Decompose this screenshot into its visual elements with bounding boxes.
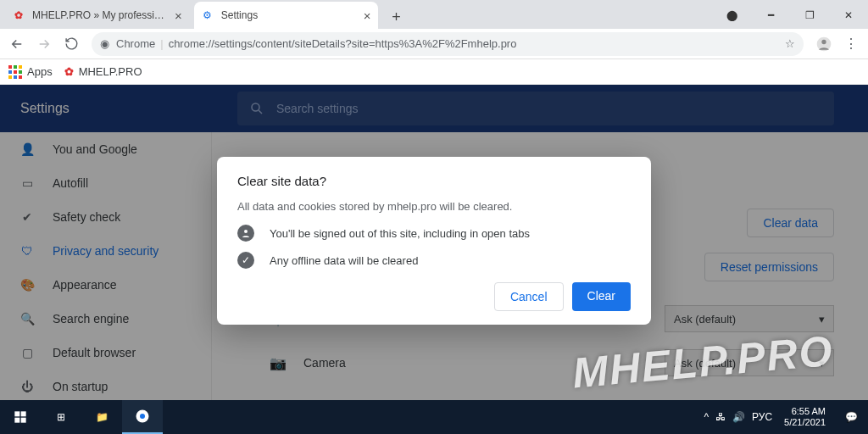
bookmark-mhelp[interactable]: ✿ MHELP.PRO xyxy=(64,65,142,78)
bookmark-bar: Apps ✿ MHELP.PRO xyxy=(0,59,868,85)
task-view-button[interactable]: ⊞ xyxy=(41,400,81,434)
menu-button[interactable]: ⋮ xyxy=(839,32,863,56)
apps-label: Apps xyxy=(27,65,53,78)
apps-icon xyxy=(8,65,22,79)
back-button[interactable] xyxy=(5,32,29,56)
browser-tab-strip: ✿ MHELP.PRO » My professional IT × ⚙ Set… xyxy=(0,0,868,29)
favicon-mhelp: ✿ xyxy=(12,8,25,22)
favicon-settings: ⚙ xyxy=(201,8,214,22)
tab-title: Settings xyxy=(221,9,357,21)
system-tray: ^ 🖧 🔊 РУС 6:55 AM 5/21/2021 💬 xyxy=(704,400,868,434)
offline-icon: ✓ xyxy=(237,252,254,269)
volume-icon[interactable]: 🔊 xyxy=(732,411,745,423)
svg-point-3 xyxy=(244,230,248,233)
close-button[interactable]: ✕ xyxy=(829,2,868,29)
tab-settings[interactable]: ⚙ Settings × xyxy=(194,2,378,29)
omnibox[interactable]: ◉ Chrome | chrome://settings/content/sit… xyxy=(92,32,804,56)
svg-rect-5 xyxy=(21,411,26,416)
bookmark-star-icon[interactable]: ☆ xyxy=(785,37,795,50)
windows-taskbar: ⊞ 📁 ^ 🖧 🔊 РУС 6:55 AM 5/21/2021 💬 xyxy=(0,400,868,434)
dialog-row-offline: ✓ Any offline data will be cleared xyxy=(237,252,631,269)
omnibox-url: chrome://settings/content/siteDetails?si… xyxy=(169,37,785,50)
close-icon[interactable]: × xyxy=(364,8,371,23)
clear-site-data-dialog: Clear site data? All data and cookies st… xyxy=(217,157,651,325)
bookmark-label: MHELP.PRO xyxy=(79,65,142,78)
svg-rect-6 xyxy=(14,418,19,423)
site-info-icon[interactable]: ◉ xyxy=(100,37,109,50)
dialog-body: All data and cookies stored by mhelp.pro… xyxy=(237,200,631,213)
window-controls: ⬤ ━ ❐ ✕ xyxy=(712,2,868,29)
explorer-button[interactable]: 📁 xyxy=(81,400,122,434)
tab-title: MHELP.PRO » My professional IT xyxy=(32,9,168,21)
maximize-button[interactable]: ❐ xyxy=(790,2,829,29)
ambient-icon[interactable]: ⬤ xyxy=(712,2,751,29)
minimize-button[interactable]: ━ xyxy=(751,2,790,29)
svg-rect-4 xyxy=(14,411,19,416)
clock[interactable]: 6:55 AM 5/21/2021 xyxy=(779,406,831,428)
person-icon xyxy=(237,225,254,242)
forward-button xyxy=(32,32,56,56)
notifications-button[interactable]: 💬 xyxy=(837,400,865,434)
cancel-button[interactable]: Cancel xyxy=(494,282,564,311)
svg-point-9 xyxy=(140,414,145,419)
dialog-title: Clear site data? xyxy=(237,174,631,188)
language-indicator[interactable]: РУС xyxy=(752,411,772,423)
omnibox-prefix: Chrome xyxy=(116,37,155,50)
tray-chevron-icon[interactable]: ^ xyxy=(704,411,709,423)
toolbar: ◉ Chrome | chrome://settings/content/sit… xyxy=(0,29,868,59)
svg-rect-7 xyxy=(21,418,26,423)
tab-mhelp[interactable]: ✿ MHELP.PRO » My professional IT × xyxy=(5,2,189,29)
dialog-row-signout: You'll be signed out of this site, inclu… xyxy=(237,225,631,242)
bookmark-icon: ✿ xyxy=(64,65,74,78)
network-icon[interactable]: 🖧 xyxy=(715,411,726,423)
clear-button[interactable]: Clear xyxy=(572,282,631,311)
new-tab-button[interactable]: + xyxy=(385,5,409,29)
svg-point-1 xyxy=(821,39,826,43)
profile-button[interactable] xyxy=(812,32,836,56)
apps-shortcut[interactable]: Apps xyxy=(8,65,53,79)
chrome-button[interactable] xyxy=(122,400,163,434)
start-button[interactable] xyxy=(0,400,41,434)
reload-button[interactable] xyxy=(59,32,83,56)
close-icon[interactable]: × xyxy=(175,8,182,23)
